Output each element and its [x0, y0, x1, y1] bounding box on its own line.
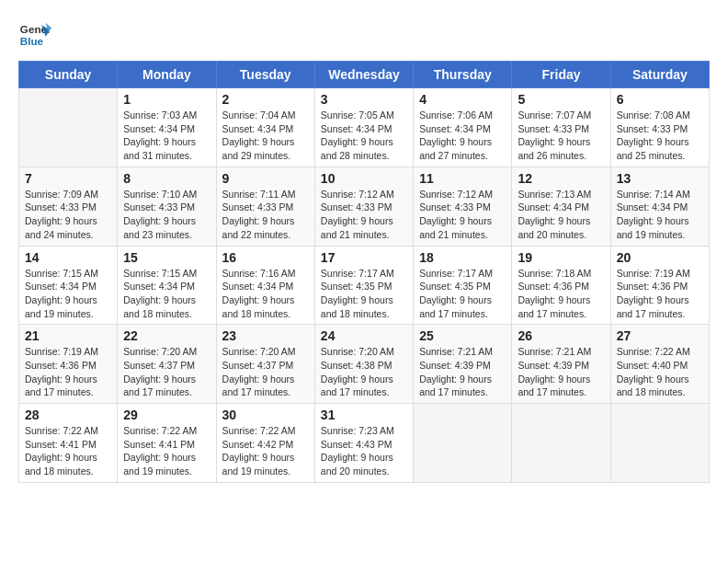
day-info: Sunrise: 7:17 AMSunset: 4:35 PMDaylight:…	[419, 267, 506, 321]
day-number: 19	[518, 250, 604, 265]
calendar-cell: 8Sunrise: 7:10 AMSunset: 4:33 PMDaylight…	[118, 167, 216, 246]
calendar-cell: 29Sunrise: 7:22 AMSunset: 4:41 PMDayligh…	[118, 404, 216, 483]
day-info: Sunrise: 7:10 AMSunset: 4:33 PMDaylight:…	[123, 188, 210, 242]
day-number: 17	[321, 250, 407, 265]
day-info: Sunrise: 7:21 AMSunset: 4:39 PMDaylight:…	[518, 345, 604, 399]
day-header-tuesday: Tuesday	[216, 62, 314, 88]
calendar-cell: 30Sunrise: 7:22 AMSunset: 4:42 PMDayligh…	[216, 404, 314, 483]
calendar-cell: 27Sunrise: 7:22 AMSunset: 4:40 PMDayligh…	[610, 325, 709, 404]
day-number: 13	[617, 171, 703, 186]
calendar-cell: 5Sunrise: 7:07 AMSunset: 4:33 PMDaylight…	[512, 88, 610, 167]
calendar-cell: 24Sunrise: 7:20 AMSunset: 4:38 PMDayligh…	[314, 325, 413, 404]
calendar-cell: 21Sunrise: 7:19 AMSunset: 4:36 PMDayligh…	[19, 325, 118, 404]
day-info: Sunrise: 7:17 AMSunset: 4:35 PMDaylight:…	[321, 267, 407, 321]
calendar-header-row: SundayMondayTuesdayWednesdayThursdayFrid…	[19, 62, 710, 88]
calendar-cell: 1Sunrise: 7:03 AMSunset: 4:34 PMDaylight…	[118, 88, 216, 167]
calendar-cell: 11Sunrise: 7:12 AMSunset: 4:33 PMDayligh…	[414, 167, 512, 246]
calendar-cell: 15Sunrise: 7:15 AMSunset: 4:34 PMDayligh…	[118, 246, 216, 325]
calendar-cell: 3Sunrise: 7:05 AMSunset: 4:34 PMDaylight…	[314, 88, 413, 167]
calendar-cell: 10Sunrise: 7:12 AMSunset: 4:33 PMDayligh…	[314, 167, 413, 246]
day-number: 18	[419, 250, 506, 265]
day-info: Sunrise: 7:05 AMSunset: 4:34 PMDaylight:…	[321, 109, 407, 163]
calendar-cell: 18Sunrise: 7:17 AMSunset: 4:35 PMDayligh…	[414, 246, 512, 325]
calendar-week-4: 21Sunrise: 7:19 AMSunset: 4:36 PMDayligh…	[19, 325, 710, 404]
calendar-cell	[414, 404, 512, 483]
day-info: Sunrise: 7:21 AMSunset: 4:39 PMDaylight:…	[419, 345, 506, 399]
day-header-wednesday: Wednesday	[314, 62, 413, 88]
day-number: 24	[321, 328, 407, 343]
day-info: Sunrise: 7:12 AMSunset: 4:33 PMDaylight:…	[321, 188, 407, 242]
day-number: 11	[419, 171, 506, 186]
day-info: Sunrise: 7:19 AMSunset: 4:36 PMDaylight:…	[617, 267, 703, 321]
day-number: 27	[617, 328, 703, 343]
day-info: Sunrise: 7:18 AMSunset: 4:36 PMDaylight:…	[518, 267, 604, 321]
day-header-sunday: Sunday	[19, 62, 118, 88]
day-header-saturday: Saturday	[610, 62, 709, 88]
calendar-cell: 4Sunrise: 7:06 AMSunset: 4:34 PMDaylight…	[414, 88, 512, 167]
day-header-monday: Monday	[118, 62, 216, 88]
day-number: 2	[222, 92, 309, 107]
calendar-cell: 13Sunrise: 7:14 AMSunset: 4:34 PMDayligh…	[610, 167, 709, 246]
day-info: Sunrise: 7:20 AMSunset: 4:37 PMDaylight:…	[222, 345, 309, 399]
day-number: 25	[419, 328, 506, 343]
day-number: 12	[518, 171, 604, 186]
day-header-friday: Friday	[512, 62, 610, 88]
day-info: Sunrise: 7:19 AMSunset: 4:36 PMDaylight:…	[25, 345, 111, 399]
header: General Blue	[18, 18, 710, 52]
calendar-cell	[512, 404, 610, 483]
day-info: Sunrise: 7:23 AMSunset: 4:43 PMDaylight:…	[321, 424, 407, 478]
day-info: Sunrise: 7:04 AMSunset: 4:34 PMDaylight:…	[222, 109, 309, 163]
calendar-cell: 25Sunrise: 7:21 AMSunset: 4:39 PMDayligh…	[414, 325, 512, 404]
day-info: Sunrise: 7:12 AMSunset: 4:33 PMDaylight:…	[419, 188, 506, 242]
day-info: Sunrise: 7:03 AMSunset: 4:34 PMDaylight:…	[123, 109, 210, 163]
calendar-cell: 19Sunrise: 7:18 AMSunset: 4:36 PMDayligh…	[512, 246, 610, 325]
calendar-cell: 2Sunrise: 7:04 AMSunset: 4:34 PMDaylight…	[216, 88, 314, 167]
day-info: Sunrise: 7:07 AMSunset: 4:33 PMDaylight:…	[518, 109, 604, 163]
day-info: Sunrise: 7:22 AMSunset: 4:42 PMDaylight:…	[222, 424, 309, 478]
day-number: 20	[617, 250, 703, 265]
day-info: Sunrise: 7:06 AMSunset: 4:34 PMDaylight:…	[419, 109, 506, 163]
day-number: 16	[222, 250, 309, 265]
day-number: 14	[25, 250, 111, 265]
day-number: 3	[321, 92, 407, 107]
day-number: 10	[321, 171, 407, 186]
day-number: 9	[222, 171, 309, 186]
calendar-week-3: 14Sunrise: 7:15 AMSunset: 4:34 PMDayligh…	[19, 246, 710, 325]
calendar-cell: 14Sunrise: 7:15 AMSunset: 4:34 PMDayligh…	[19, 246, 118, 325]
day-number: 15	[123, 250, 210, 265]
calendar-week-1: 1Sunrise: 7:03 AMSunset: 4:34 PMDaylight…	[19, 88, 710, 167]
day-number: 26	[518, 328, 604, 343]
calendar-table: SundayMondayTuesdayWednesdayThursdayFrid…	[18, 61, 710, 483]
svg-text:Blue: Blue	[20, 35, 44, 47]
calendar-cell: 7Sunrise: 7:09 AMSunset: 4:33 PMDaylight…	[19, 167, 118, 246]
day-number: 8	[123, 171, 210, 186]
calendar-cell: 12Sunrise: 7:13 AMSunset: 4:34 PMDayligh…	[512, 167, 610, 246]
calendar-cell: 28Sunrise: 7:22 AMSunset: 4:41 PMDayligh…	[19, 404, 118, 483]
calendar-cell	[610, 404, 709, 483]
day-info: Sunrise: 7:22 AMSunset: 4:41 PMDaylight:…	[25, 424, 111, 478]
day-number: 4	[419, 92, 506, 107]
day-info: Sunrise: 7:16 AMSunset: 4:34 PMDaylight:…	[222, 267, 309, 321]
day-number: 21	[25, 328, 111, 343]
day-info: Sunrise: 7:20 AMSunset: 4:37 PMDaylight:…	[123, 345, 210, 399]
day-info: Sunrise: 7:13 AMSunset: 4:34 PMDaylight:…	[518, 188, 604, 242]
day-info: Sunrise: 7:11 AMSunset: 4:33 PMDaylight:…	[222, 188, 309, 242]
day-number: 22	[123, 328, 210, 343]
day-info: Sunrise: 7:22 AMSunset: 4:40 PMDaylight:…	[617, 345, 703, 399]
logo-icon: General Blue	[18, 18, 51, 52]
day-number: 5	[518, 92, 604, 107]
day-number: 1	[123, 92, 210, 107]
calendar-cell: 9Sunrise: 7:11 AMSunset: 4:33 PMDaylight…	[216, 167, 314, 246]
day-info: Sunrise: 7:15 AMSunset: 4:34 PMDaylight:…	[25, 267, 111, 321]
day-number: 6	[617, 92, 703, 107]
calendar-week-2: 7Sunrise: 7:09 AMSunset: 4:33 PMDaylight…	[19, 167, 710, 246]
calendar-cell	[19, 88, 118, 167]
day-info: Sunrise: 7:20 AMSunset: 4:38 PMDaylight:…	[321, 345, 407, 399]
calendar-cell: 23Sunrise: 7:20 AMSunset: 4:37 PMDayligh…	[216, 325, 314, 404]
calendar-week-5: 28Sunrise: 7:22 AMSunset: 4:41 PMDayligh…	[19, 404, 710, 483]
calendar-cell: 26Sunrise: 7:21 AMSunset: 4:39 PMDayligh…	[512, 325, 610, 404]
logo: General Blue	[18, 18, 51, 52]
day-number: 31	[321, 408, 407, 422]
calendar-cell: 20Sunrise: 7:19 AMSunset: 4:36 PMDayligh…	[610, 246, 709, 325]
day-info: Sunrise: 7:14 AMSunset: 4:34 PMDaylight:…	[617, 188, 703, 242]
